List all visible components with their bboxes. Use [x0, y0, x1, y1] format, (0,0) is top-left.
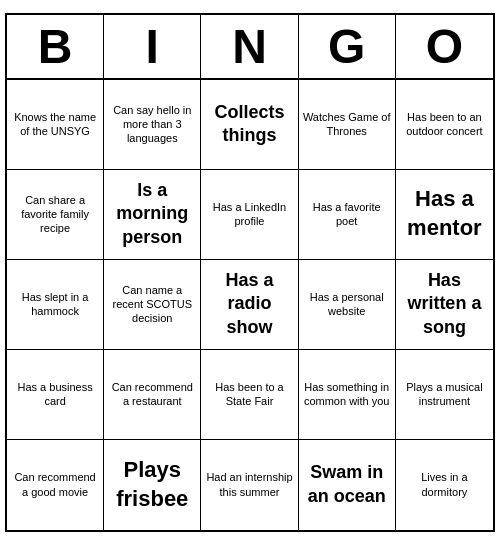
bingo-cell-12: Has a radio show [201, 260, 298, 350]
bingo-cell-11: Can name a recent SCOTUS decision [104, 260, 201, 350]
bingo-cell-9: Has a mentor [396, 170, 493, 260]
bingo-cell-17: Has been to a State Fair [201, 350, 298, 440]
bingo-cell-19: Plays a musical instrument [396, 350, 493, 440]
bingo-cell-18: Has something in common with you [299, 350, 396, 440]
bingo-cell-20: Can recommend a good movie [7, 440, 104, 530]
bingo-cell-8: Has a favorite poet [299, 170, 396, 260]
bingo-cell-1: Can say hello in more than 3 languages [104, 80, 201, 170]
bingo-card: BINGO Knows the name of the UNSYGCan say… [5, 13, 495, 532]
bingo-letter-g: G [299, 15, 396, 78]
bingo-cell-2: Collects things [201, 80, 298, 170]
bingo-letter-n: N [201, 15, 298, 78]
bingo-cell-6: Is a morning person [104, 170, 201, 260]
bingo-cell-23: Swam in an ocean [299, 440, 396, 530]
bingo-letter-b: B [7, 15, 104, 78]
bingo-cell-4: Has been to an outdoor concert [396, 80, 493, 170]
bingo-cell-13: Has a personal website [299, 260, 396, 350]
bingo-cell-15: Has a business card [7, 350, 104, 440]
bingo-cell-22: Had an internship this summer [201, 440, 298, 530]
bingo-cell-24: Lives in a dormitory [396, 440, 493, 530]
bingo-cell-3: Watches Game of Thrones [299, 80, 396, 170]
bingo-cell-16: Can recommend a restaurant [104, 350, 201, 440]
bingo-cell-21: Plays frisbee [104, 440, 201, 530]
bingo-cell-10: Has slept in a hammock [7, 260, 104, 350]
bingo-letter-i: I [104, 15, 201, 78]
bingo-grid: Knows the name of the UNSYGCan say hello… [7, 80, 493, 530]
bingo-cell-7: Has a LinkedIn profile [201, 170, 298, 260]
bingo-cell-5: Can share a favorite family recipe [7, 170, 104, 260]
bingo-header: BINGO [7, 15, 493, 80]
bingo-letter-o: O [396, 15, 493, 78]
bingo-cell-14: Has written a song [396, 260, 493, 350]
bingo-cell-0: Knows the name of the UNSYG [7, 80, 104, 170]
